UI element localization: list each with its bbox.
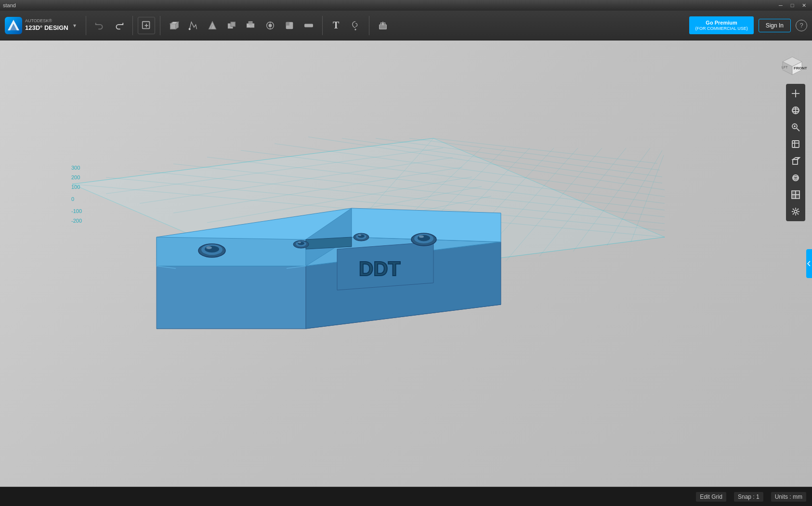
svg-text:0: 0 xyxy=(71,196,74,202)
settings-view-icon xyxy=(791,207,800,216)
box-primitive-icon xyxy=(169,20,179,31)
sketch-button[interactable] xyxy=(184,17,202,34)
perspective-icon xyxy=(791,156,800,166)
measure-button[interactable] xyxy=(300,17,317,34)
separator-3 xyxy=(160,16,160,35)
logo-text: AUTODESK® 123D° DESIGN xyxy=(25,18,68,32)
logo-dropdown-arrow[interactable]: ▾ xyxy=(73,22,76,29)
frame-icon xyxy=(791,139,800,149)
svg-rect-118 xyxy=(793,160,798,164)
main-toolbar: AUTODESK® 123D° DESIGN ▾ xyxy=(0,11,812,40)
autodesk-logo-icon xyxy=(5,17,22,34)
snap-button[interactable] xyxy=(262,17,279,34)
premium-button[interactable]: Go Premium (FOR COMMERCIAL USE) xyxy=(689,16,753,35)
construct-icon xyxy=(207,20,218,31)
box-primitive-button[interactable] xyxy=(165,17,183,34)
separator-4 xyxy=(322,16,323,35)
svg-point-126 xyxy=(794,210,797,213)
svg-text:-200: -200 xyxy=(71,218,82,224)
edit-grid-button[interactable]: Edit Grid xyxy=(696,492,726,502)
svg-point-90 xyxy=(298,242,301,243)
svg-line-65 xyxy=(631,155,664,242)
3dprint-button[interactable] xyxy=(374,17,392,34)
view-cube[interactable]: FRONT LFT xyxy=(775,48,804,77)
right-panel-toggle[interactable] xyxy=(806,249,812,278)
view-mode-button[interactable] xyxy=(788,170,803,186)
svg-rect-16 xyxy=(249,21,252,25)
svg-rect-6 xyxy=(170,24,175,29)
group-button[interactable] xyxy=(242,17,260,34)
logo-area[interactable]: AUTODESK® 123D° DESIGN ▾ xyxy=(5,17,76,34)
svg-marker-80 xyxy=(306,237,352,249)
svg-point-86 xyxy=(206,246,212,249)
display-mode-icon xyxy=(791,190,800,200)
separator-1 xyxy=(86,16,86,35)
svg-line-112 xyxy=(797,128,799,131)
text-tool-icon: T xyxy=(333,20,339,31)
undo-button[interactable] xyxy=(91,17,108,34)
redo-button[interactable] xyxy=(110,17,128,34)
units-indicator[interactable]: Units : mm xyxy=(771,492,806,502)
product-label: 123D° DESIGN xyxy=(25,24,68,32)
statusbar: Edit Grid Snap : 1 Units : mm xyxy=(0,487,812,506)
svg-rect-13 xyxy=(231,22,235,26)
zoom-in-button[interactable] xyxy=(788,86,803,101)
zoom-fit-icon xyxy=(791,122,800,132)
right-view-panel xyxy=(786,84,805,221)
help-button[interactable]: ? xyxy=(796,20,807,31)
svg-rect-124 xyxy=(792,195,796,199)
close-button[interactable]: ✕ xyxy=(799,1,809,10)
svg-point-32 xyxy=(382,23,384,25)
sketch-icon xyxy=(188,20,198,31)
zoom-fit-button[interactable] xyxy=(788,120,803,135)
orbit-button[interactable] xyxy=(788,103,803,118)
undo-icon xyxy=(94,20,105,31)
svg-rect-125 xyxy=(796,195,799,199)
svg-text:200: 200 xyxy=(71,174,80,180)
premium-label: Go Premium xyxy=(695,19,747,26)
group-icon xyxy=(246,20,256,31)
autodesk-label: AUTODESK® xyxy=(25,18,68,24)
svg-text:FRONT: FRONT xyxy=(794,66,807,70)
viewport[interactable]: -200 -100 0 100 200 300 DDT xyxy=(0,40,812,487)
help-tool-icon xyxy=(350,20,361,31)
svg-text:LFT: LFT xyxy=(782,66,788,69)
modify-icon xyxy=(226,20,237,31)
3d-scene: -200 -100 0 100 200 300 DDT xyxy=(0,40,812,487)
material-button[interactable] xyxy=(281,17,298,34)
svg-text:-100: -100 xyxy=(71,208,82,214)
premium-sub-label: (FOR COMMERCIAL USE) xyxy=(695,26,747,32)
titlebar-title: stand xyxy=(3,2,774,8)
material-icon xyxy=(284,20,295,31)
titlebar: stand ─ □ ✕ xyxy=(0,0,812,11)
minimize-button[interactable]: ─ xyxy=(775,1,786,10)
separator-5 xyxy=(369,16,369,35)
svg-point-9 xyxy=(189,28,190,29)
new-icon xyxy=(141,20,152,31)
maximize-button[interactable]: □ xyxy=(787,1,798,10)
modify-button[interactable] xyxy=(223,17,240,34)
text-button[interactable]: T xyxy=(327,17,345,34)
help-tool-button[interactable] xyxy=(347,17,364,34)
svg-point-18 xyxy=(269,24,272,27)
new-button[interactable] xyxy=(138,17,155,34)
signin-button[interactable]: Sign In xyxy=(759,19,791,32)
separator-2 xyxy=(132,16,133,35)
chevron-left-icon xyxy=(806,259,812,268)
svg-point-98 xyxy=(419,236,424,238)
svg-marker-73 xyxy=(157,266,306,329)
view-mode-icon xyxy=(791,173,800,183)
snap-indicator[interactable]: Snap : 1 xyxy=(734,492,763,502)
svg-marker-77 xyxy=(157,237,306,266)
svg-rect-115 xyxy=(792,141,799,147)
view-cube-svg: FRONT LFT xyxy=(775,48,809,82)
perspective-button[interactable] xyxy=(788,153,803,169)
svg-rect-123 xyxy=(796,191,799,195)
display-mode-button[interactable] xyxy=(788,187,803,202)
svg-text:DDT: DDT xyxy=(359,257,401,280)
snap-icon xyxy=(265,20,275,31)
settings-view-button[interactable] xyxy=(788,204,803,219)
construct-button[interactable] xyxy=(204,17,221,34)
frame-button[interactable] xyxy=(788,136,803,152)
redo-icon xyxy=(114,20,124,31)
